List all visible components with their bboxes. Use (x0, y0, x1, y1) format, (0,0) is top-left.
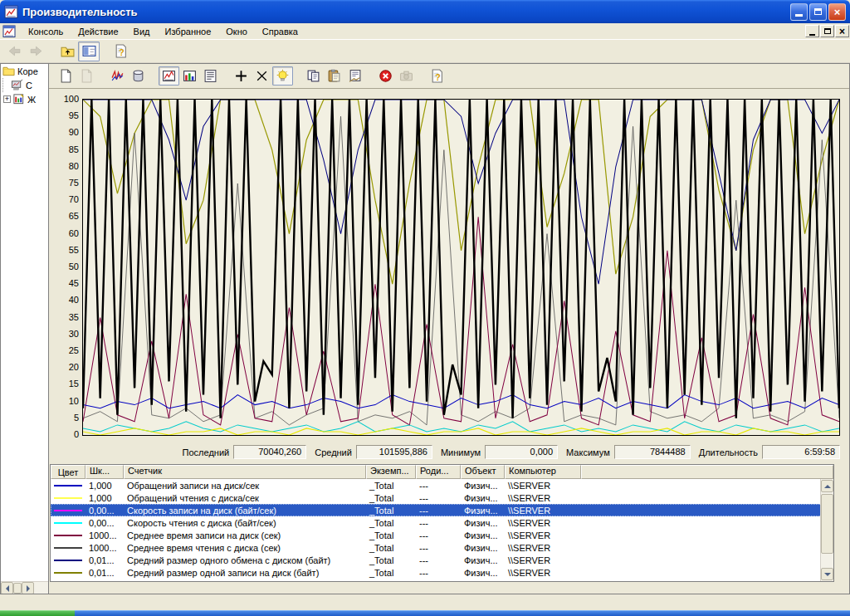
counter-row-7[interactable]: 0,01...Средний размер одного обмена с ди… (51, 554, 833, 566)
add-counter-button[interactable] (231, 66, 252, 86)
scroll-up-button[interactable] (821, 480, 833, 492)
svg-text:?: ? (119, 47, 124, 57)
up-folder-button[interactable] (56, 42, 78, 61)
column-header-2[interactable]: Шк... (85, 465, 124, 479)
legend-vertical-scrollbar[interactable] (820, 479, 833, 581)
child-close-button[interactable]: × (835, 25, 849, 37)
menu-item-5[interactable]: Окно (218, 25, 255, 38)
view-histogram-button[interactable] (179, 66, 200, 86)
highlight-button[interactable] (272, 66, 293, 86)
child-minimize-button[interactable] (805, 25, 819, 37)
counter-row-8[interactable]: 0,01...Средний размер одной записи на ди… (51, 566, 833, 579)
y-tick-label: 85 (51, 144, 79, 154)
color-swatch-cell (51, 560, 85, 561)
arrow-right-icon (27, 585, 30, 592)
menu-item-3[interactable]: Вид (126, 25, 158, 38)
y-tick-label: 60 (51, 228, 79, 238)
computer-cell: \\SERVER (505, 568, 581, 578)
scale-cell: 1000... (85, 530, 124, 540)
view-current-activity-button[interactable] (107, 66, 128, 86)
parent-cell: --- (416, 506, 461, 516)
color-swatch-cell (51, 572, 85, 574)
column-header-6[interactable]: Объект (461, 465, 505, 479)
menu-item-4[interactable]: Избранное (158, 25, 219, 38)
counter-row-2[interactable]: 1,000Обращений чтения с диска/сек_Total-… (51, 491, 833, 504)
view-graph-button[interactable] (159, 66, 179, 86)
object-cell: Физич... (461, 568, 505, 578)
computer-cell: \\SERVER (505, 555, 581, 565)
computer-cell: \\SERVER (505, 506, 581, 516)
y-tick-label: 40 (51, 295, 79, 305)
tree-expander[interactable]: + (3, 95, 11, 103)
column-header-1[interactable]: Цвет (51, 465, 85, 479)
child-restore-icon (824, 28, 831, 34)
tree-item-2[interactable]: С (1, 78, 48, 92)
counter-row-4[interactable]: 0,00...Скорость чтения с диска (байт/сек… (51, 516, 833, 529)
taskbar-strip (75, 610, 850, 616)
copy-properties-button[interactable] (303, 66, 324, 86)
maximize-button[interactable] (809, 3, 827, 21)
paste-counter-list-button[interactable] (324, 66, 344, 86)
y-tick-label: 80 (51, 161, 79, 171)
show-hide-tree-button[interactable] (78, 42, 100, 61)
counter-name-cell: Средний размер одной записи на диск (бай… (124, 568, 366, 578)
tree-item-3[interactable]: +Ж (1, 92, 48, 106)
view-report-button[interactable] (200, 66, 221, 86)
column-header-3[interactable]: Счетчик (124, 465, 366, 479)
help-button[interactable]: ? (427, 66, 447, 86)
instance-cell: _Total (366, 555, 416, 565)
object-cell: Физич... (461, 493, 505, 503)
object-cell: Физич... (461, 506, 505, 516)
child-minimize-icon (809, 34, 815, 36)
delete-counter-button[interactable] (252, 66, 272, 86)
color-swatch-cell (51, 510, 85, 511)
counter-row-6[interactable]: 1000...Среднее время чтения с диска (сек… (51, 541, 833, 554)
child-restore-button[interactable] (820, 25, 834, 37)
y-tick-label: 100 (51, 94, 79, 104)
show-hide-tree-icon (82, 44, 96, 58)
counter-row-1[interactable]: 1,000Обращений записи на диск/сек_Total-… (51, 479, 833, 491)
column-header-4[interactable]: Экземп... (366, 465, 416, 479)
freeze-display-icon (379, 69, 393, 83)
counter-row-5[interactable]: 1000...Среднее время записи на диск (сек… (51, 529, 833, 541)
menu-item-1[interactable]: Консоль (21, 25, 71, 38)
y-tick-label: 90 (51, 127, 79, 137)
properties-button[interactable] (344, 66, 365, 86)
nav-toolbar: ? (0, 40, 850, 63)
parent-cell: --- (416, 543, 461, 553)
counter-row-3[interactable]: 0,00...Скорость записи на диск (байт/сек… (51, 504, 833, 516)
menu-item-2[interactable]: Действие (71, 25, 125, 38)
forward-icon (29, 44, 43, 58)
view-log-data-button[interactable] (128, 66, 149, 86)
stat-value-3: 0,000 (485, 445, 558, 459)
scroll-thumb[interactable] (13, 583, 22, 594)
y-tick-label: 75 (51, 178, 79, 188)
scroll-right-button[interactable] (22, 582, 34, 594)
column-header-7[interactable]: Компьютер (505, 465, 581, 479)
menu-item-6[interactable]: Справка (255, 25, 305, 38)
freeze-display-button[interactable] (375, 66, 396, 86)
counter-color-swatch (54, 510, 82, 511)
scale-cell: 1,000 (85, 481, 124, 491)
y-axis: 1009590858075706560555045403530252015105… (51, 94, 81, 436)
scroll-left-button[interactable] (1, 582, 13, 594)
help-button[interactable]: ? (110, 42, 131, 61)
tree-horizontal-scrollbar[interactable] (1, 581, 48, 594)
tree-item-1[interactable]: Коре (1, 64, 48, 78)
scroll-down-button[interactable] (821, 568, 833, 580)
parent-cell: --- (416, 530, 461, 540)
minimize-button[interactable] (790, 3, 808, 21)
scale-cell: 0,00... (85, 506, 124, 516)
app-icon (4, 5, 18, 19)
close-button[interactable]: × (828, 3, 846, 21)
forward-button (25, 42, 46, 61)
parent-cell: --- (416, 555, 461, 565)
new-counter-set-button[interactable] (56, 66, 76, 86)
column-header-filler (581, 465, 833, 479)
start-button-edge[interactable] (0, 610, 75, 616)
window-title: Производительность (22, 6, 789, 18)
scale-cell: 0,01... (85, 568, 124, 578)
folder-icon (2, 65, 15, 77)
column-header-5[interactable]: Роди... (416, 465, 461, 479)
scroll-thumb[interactable] (821, 494, 833, 554)
